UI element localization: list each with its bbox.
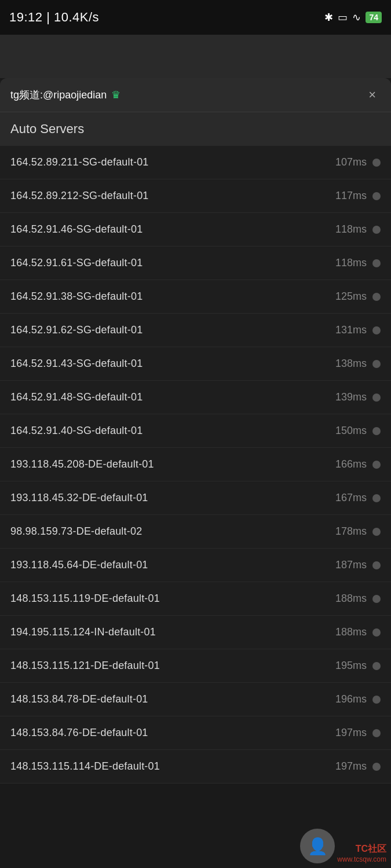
server-list-item[interactable]: 164.52.91.48-SG-default-01139ms: [0, 381, 391, 414]
section-header: Auto Servers: [0, 112, 391, 146]
server-list-item[interactable]: 164.52.89.212-SG-default-01117ms: [0, 179, 391, 213]
status-dot: [372, 729, 381, 737]
server-latency: 117ms: [335, 190, 367, 202]
server-list-item[interactable]: 164.52.89.211-SG-default-01107ms: [0, 146, 391, 179]
server-list-item[interactable]: 193.118.45.64-DE-default-01187ms: [0, 549, 391, 582]
server-latency: 187ms: [335, 559, 367, 571]
status-dot: [372, 561, 381, 569]
dialog-header: tg频道:@ripaojiedian ♛ ×: [0, 78, 391, 112]
server-latency: 197ms: [335, 760, 367, 773]
server-latency: 107ms: [335, 156, 367, 168]
server-right: 188ms: [335, 593, 381, 605]
server-name: 148.153.84.76-DE-default-01: [10, 727, 148, 739]
server-list-item[interactable]: 164.52.91.43-SG-default-01138ms: [0, 347, 391, 381]
status-dot: [372, 662, 381, 670]
status-dot: [372, 595, 381, 603]
server-right: 197ms: [335, 727, 381, 739]
status-dot: [372, 293, 381, 301]
status-icons: ✱ ▭ ∿ 74: [324, 11, 382, 24]
server-list-item[interactable]: 148.153.84.76-DE-default-01197ms: [0, 716, 391, 750]
server-right: 167ms: [335, 492, 381, 504]
server-name: 148.153.115.121-DE-default-01: [10, 660, 160, 672]
sim-icon: ▭: [338, 11, 348, 24]
server-list-item[interactable]: 148.153.115.121-DE-default-01195ms: [0, 649, 391, 683]
dialog-title-row: tg频道:@ripaojiedian ♛: [10, 88, 120, 102]
status-dot: [372, 528, 381, 536]
server-name: 164.52.89.212-SG-default-01: [10, 190, 149, 202]
server-latency: 139ms: [335, 391, 367, 403]
server-name: 164.52.91.48-SG-default-01: [10, 391, 142, 403]
status-bar: 19:12 | 10.4K/s ✱ ▭ ∿ 74: [0, 0, 391, 35]
server-latency: 197ms: [335, 727, 367, 739]
server-right: 166ms: [335, 458, 381, 470]
server-list-item[interactable]: 164.52.91.38-SG-default-01125ms: [0, 280, 391, 314]
server-right: 139ms: [335, 391, 381, 403]
status-dot: [372, 427, 381, 435]
server-right: 187ms: [335, 559, 381, 571]
status-dot: [372, 494, 381, 502]
close-button[interactable]: ×: [364, 86, 381, 104]
server-right: 150ms: [335, 425, 381, 437]
crown-icon: ♛: [111, 89, 120, 101]
server-latency: 118ms: [335, 257, 367, 269]
server-latency: 188ms: [335, 626, 367, 638]
status-time: 19:12 | 10.4K/s: [9, 10, 99, 25]
status-dot: [372, 628, 381, 637]
server-latency: 138ms: [335, 358, 367, 370]
status-dot: [372, 763, 381, 771]
server-name: 164.52.91.61-SG-default-01: [10, 257, 142, 269]
server-list-item[interactable]: 194.195.115.124-IN-default-01188ms: [0, 616, 391, 649]
section-title: Auto Servers: [10, 122, 84, 136]
server-list-item[interactable]: 164.52.91.40-SG-default-01150ms: [0, 414, 391, 448]
server-list-item[interactable]: 193.118.45.208-DE-default-01166ms: [0, 448, 391, 481]
watermark-avatar: 👤: [300, 829, 335, 863]
server-list-item[interactable]: 164.52.91.61-SG-default-01118ms: [0, 247, 391, 280]
server-name: 164.52.91.38-SG-default-01: [10, 290, 142, 303]
server-list-item[interactable]: 148.153.115.119-DE-default-01188ms: [0, 582, 391, 616]
server-name: 148.153.84.78-DE-default-01: [10, 693, 148, 705]
server-latency: 196ms: [335, 693, 367, 705]
server-name: 148.153.115.119-DE-default-01: [10, 593, 160, 605]
server-list: 164.52.89.211-SG-default-01107ms164.52.8…: [0, 146, 391, 784]
server-list-item[interactable]: 148.153.115.114-DE-default-01197ms: [0, 750, 391, 784]
battery-icon: 74: [366, 12, 382, 23]
server-name: 98.98.159.73-DE-default-02: [10, 525, 142, 538]
server-right: 188ms: [335, 626, 381, 638]
server-list-item[interactable]: 164.52.91.62-SG-default-01131ms: [0, 314, 391, 347]
server-name: 164.52.91.40-SG-default-01: [10, 425, 142, 437]
server-latency: 167ms: [335, 492, 367, 504]
status-dot: [372, 393, 381, 402]
server-list-item[interactable]: 98.98.159.73-DE-default-02178ms: [0, 515, 391, 549]
server-list-item[interactable]: 193.118.45.32-DE-default-01167ms: [0, 481, 391, 515]
status-dot: [372, 259, 381, 267]
status-dot: [372, 696, 381, 704]
status-dot: [372, 461, 381, 469]
server-name: 148.153.115.114-DE-default-01: [10, 760, 160, 773]
watermark: 👤 TC社区 www.tcsqw.com: [295, 824, 391, 868]
status-dot: [372, 360, 381, 368]
server-latency: 125ms: [335, 290, 367, 303]
wifi-icon: ∿: [352, 11, 361, 24]
server-latency: 188ms: [335, 593, 367, 605]
status-dot: [372, 326, 381, 334]
server-right: 118ms: [335, 223, 381, 236]
status-dot: [372, 192, 381, 200]
server-latency: 178ms: [335, 525, 367, 538]
spacer: [0, 35, 391, 78]
status-dot: [372, 226, 381, 234]
server-right: 196ms: [335, 693, 381, 705]
bluetooth-icon: ✱: [324, 11, 333, 24]
server-right: 131ms: [335, 324, 381, 336]
server-name: 193.118.45.32-DE-default-01: [10, 492, 148, 504]
server-name: 164.52.89.211-SG-default-01: [10, 156, 149, 168]
server-name: 164.52.91.43-SG-default-01: [10, 358, 142, 370]
server-latency: 118ms: [335, 223, 367, 236]
server-list-item[interactable]: 164.52.91.46-SG-default-01118ms: [0, 213, 391, 247]
server-latency: 195ms: [335, 660, 367, 672]
server-latency: 150ms: [335, 425, 367, 437]
server-latency: 131ms: [335, 324, 367, 336]
server-name: 164.52.91.62-SG-default-01: [10, 324, 142, 336]
server-latency: 166ms: [335, 458, 367, 470]
server-list-item[interactable]: 148.153.84.78-DE-default-01196ms: [0, 683, 391, 716]
server-right: 178ms: [335, 525, 381, 538]
